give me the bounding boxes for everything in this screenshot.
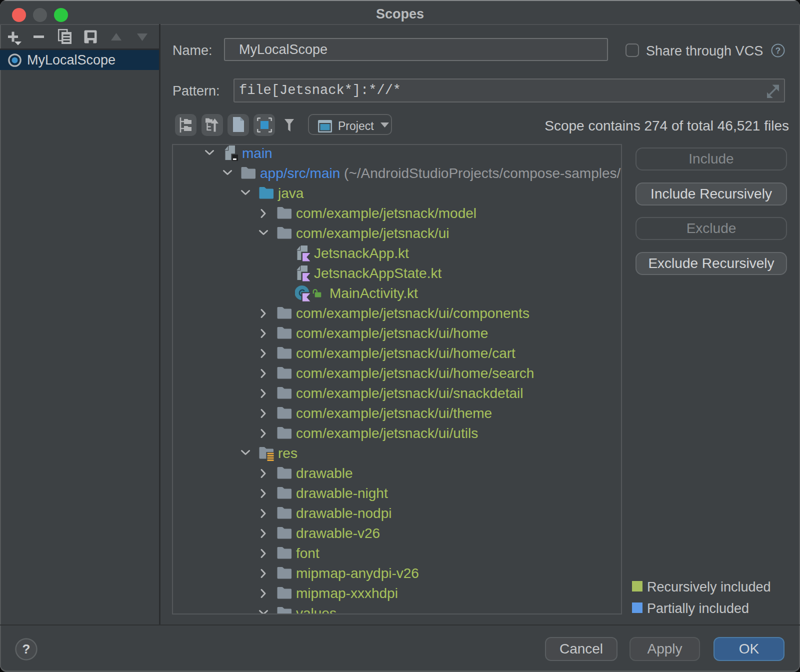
svg-text:?: ?: [776, 46, 780, 56]
svg-text:?: ?: [22, 642, 30, 656]
